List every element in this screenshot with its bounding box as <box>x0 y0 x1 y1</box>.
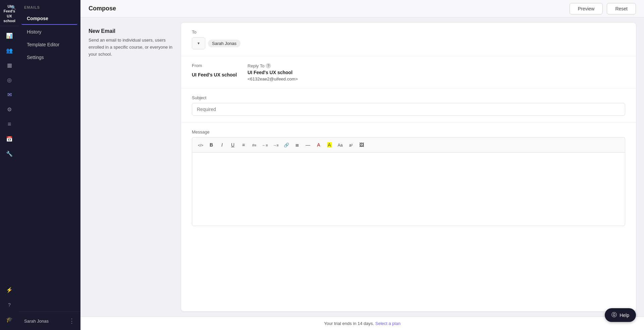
toolbar-bold-button[interactable] <box>206 140 216 150</box>
toolbar-image-button[interactable] <box>357 140 367 150</box>
from-value: UI Feed's UX school <box>192 72 237 77</box>
italic-icon <box>221 142 223 148</box>
nav-analytics-icon[interactable] <box>3 29 16 42</box>
subject-section: Subject <box>181 89 636 123</box>
reply-to-help-icon[interactable]: ? <box>266 63 271 68</box>
editor-toolbar <box>192 137 625 152</box>
from-block: From UI Feed's UX school <box>192 63 237 81</box>
chart-icon <box>6 32 13 39</box>
toolbar-font-color-button[interactable] <box>314 140 324 150</box>
reply-to-email: <6132eae2@uifeed.com> <box>248 76 298 81</box>
nav-revenue-icon[interactable] <box>3 73 16 87</box>
users-icon <box>6 47 13 54</box>
nav-help-icon[interactable] <box>3 298 16 311</box>
bold-icon <box>210 142 213 148</box>
sidebar-secondary: EMAILS Compose History Template Editor S… <box>19 0 80 330</box>
emails-section-label: EMAILS <box>19 0 80 12</box>
toolbar-code-button[interactable] <box>196 140 206 150</box>
topbar-actions: Preview Reset <box>570 3 636 14</box>
toolbar-dedent-button[interactable] <box>260 140 270 150</box>
search-icon <box>11 5 16 10</box>
tools-icon <box>6 150 13 157</box>
bottom-bar: Your trial ends in 14 days. Select a pla… <box>80 317 644 330</box>
toolbar-ul-button[interactable] <box>238 140 249 150</box>
superscript-icon <box>349 142 353 148</box>
ordered-list-icon <box>252 142 257 148</box>
toolbar-bg-color-button[interactable] <box>324 140 334 150</box>
question-icon <box>8 301 11 308</box>
toolbar-ol-button[interactable] <box>249 140 259 150</box>
sidebar-item-settings[interactable]: Settings <box>21 52 77 63</box>
recipient-tag[interactable]: Sarah Jonas <box>208 40 240 47</box>
sidebar-item-template-editor[interactable]: Template Editor <box>21 39 77 50</box>
current-user-label: Sarah Jonas <box>24 319 49 324</box>
subject-input[interactable] <box>192 103 625 116</box>
code-icon <box>198 142 203 148</box>
message-editor[interactable] <box>192 152 625 226</box>
new-email-description: Send an email to individual users, users… <box>89 37 173 58</box>
more-options-button[interactable] <box>69 317 75 325</box>
nav-settings-icon[interactable] <box>3 103 16 116</box>
help-button-label: Help <box>620 313 629 318</box>
trial-text: Your trial ends in 14 days. <box>324 321 374 326</box>
nav-graduation-icon[interactable] <box>3 313 16 326</box>
nav-reports-icon[interactable] <box>3 117 16 131</box>
toolbar-italic-button[interactable] <box>217 140 227 150</box>
from-section: From UI Feed's UX school Reply To ? UI F… <box>181 56 636 89</box>
main-content: Compose Preview Reset New Email Send an … <box>80 0 644 330</box>
to-dropdown[interactable] <box>192 37 205 49</box>
toolbar-link-button[interactable] <box>281 140 291 150</box>
nav-email-icon[interactable] <box>3 88 16 101</box>
reply-to-block: Reply To ? UI Feed's UX school <6132eae2… <box>248 63 298 81</box>
toolbar-superscript-button[interactable] <box>346 140 356 150</box>
sidebar-icons: UI Feed's UX school <box>0 0 19 330</box>
dashboard-icon <box>7 62 12 69</box>
gear-icon <box>7 106 12 113</box>
image-icon <box>359 142 364 148</box>
reply-to-value: UI Feed's UX school <box>248 70 298 75</box>
graduation-icon <box>6 316 13 323</box>
nav-bolt-icon[interactable] <box>3 283 16 296</box>
nav-users-icon[interactable] <box>3 44 16 57</box>
message-label: Message <box>192 129 625 134</box>
background-color-icon <box>327 142 331 148</box>
sidebar-item-compose[interactable]: Compose <box>21 13 77 25</box>
to-section: To Sarah Jonas <box>181 23 636 56</box>
bars-icon <box>8 121 11 128</box>
select-plan-link[interactable]: Select a plan <box>375 321 400 326</box>
to-label: To <box>192 30 625 35</box>
toolbar-font-size-button[interactable] <box>335 140 345 150</box>
unordered-list-icon <box>242 142 245 148</box>
bolt-icon <box>6 286 13 293</box>
toolbar-hr-button[interactable] <box>303 140 313 150</box>
toolbar-underline-button[interactable] <box>228 140 238 150</box>
from-reply-row: From UI Feed's UX school Reply To ? UI F… <box>192 63 625 81</box>
font-size-icon <box>338 142 343 148</box>
preview-button[interactable]: Preview <box>570 3 603 14</box>
toolbar-indent-button[interactable] <box>271 140 281 150</box>
font-color-icon <box>317 142 320 148</box>
topbar: Compose Preview Reset <box>80 0 644 17</box>
new-email-heading: New Email <box>89 28 173 34</box>
nav-tools-icon[interactable] <box>3 147 16 160</box>
search-button[interactable] <box>11 5 16 10</box>
chevron-down-icon <box>198 41 200 46</box>
nav-calendar-icon[interactable] <box>3 132 16 146</box>
nav-dashboard-icon[interactable] <box>3 58 16 72</box>
message-section: Message <box>181 123 636 233</box>
calendar-icon <box>6 135 13 143</box>
reply-to-label: Reply To ? <box>248 63 298 68</box>
help-button[interactable]: ⓪ Help <box>605 308 636 322</box>
email-form-panel: To Sarah Jonas From UI Feed's UX school <box>181 23 636 311</box>
help-circle-icon: ⓪ <box>611 312 617 319</box>
from-label: From <box>192 63 237 68</box>
page-title: Compose <box>89 5 116 12</box>
sidebar-bottom: Sarah Jonas <box>19 312 80 330</box>
indent-icon <box>273 142 278 148</box>
dedent-icon <box>262 142 268 148</box>
underline-icon <box>231 142 234 148</box>
reset-button[interactable]: Reset <box>607 3 636 14</box>
link-icon <box>284 142 289 148</box>
toolbar-align-button[interactable] <box>292 140 302 150</box>
sidebar-item-history[interactable]: History <box>21 26 77 38</box>
